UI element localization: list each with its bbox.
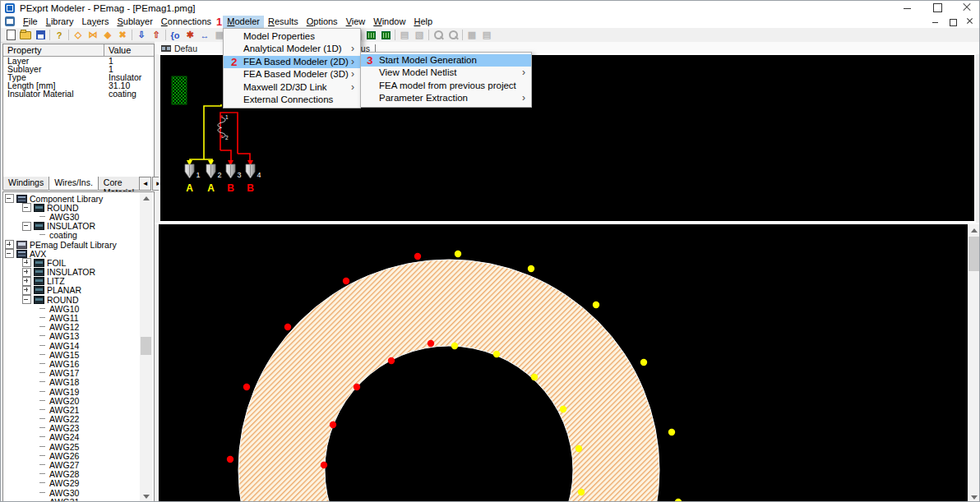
scroll-up-icon[interactable] — [968, 224, 980, 236]
menu-item-analytical-modeler-1d[interactable]: Analytical Modeler (1D)› — [224, 43, 360, 55]
menu-options[interactable]: Options — [303, 16, 342, 28]
mesh-2d-icon[interactable] — [363, 29, 378, 41]
tree-scrollbar[interactable] — [140, 192, 152, 502]
table-props-icon[interactable]: ▤ — [479, 29, 494, 41]
tree-expander-icon[interactable] — [22, 295, 31, 304]
mesh-3d-icon[interactable] — [378, 29, 393, 41]
tree-expander-icon[interactable] — [22, 203, 31, 212]
tree-item-coating[interactable]: coating — [5, 231, 138, 240]
tree-expander-icon[interactable] — [22, 277, 31, 286]
minimize-icon[interactable] — [902, 2, 913, 13]
design-tab-label[interactable]: Defau — [174, 44, 197, 53]
tree-item-awg27[interactable]: AWG27 — [5, 460, 138, 469]
wire-x-icon[interactable]: ✖ — [115, 29, 130, 41]
tree-expander-icon[interactable] — [22, 222, 31, 231]
core-cross-section-canvas[interactable] — [159, 224, 968, 502]
table-icon[interactable]: ▦ — [465, 29, 479, 41]
menu-item-fea-based-modeler-3d[interactable]: FEA Based Modeler (3D)› — [224, 68, 360, 81]
tree-expander-icon[interactable] — [5, 249, 14, 258]
mdi-minimize-icon[interactable] — [931, 17, 940, 25]
wire-bowtie-icon[interactable]: ⋈ — [86, 29, 100, 41]
terminal-1[interactable]: 1A — [185, 160, 201, 194]
tree-item-foil[interactable]: FOIL — [5, 258, 138, 267]
tree-item-awg30[interactable]: AWG30 — [5, 488, 138, 497]
menu-item-external-connections[interactable]: External Connections — [224, 94, 360, 106]
menu-connections[interactable]: Connections — [157, 16, 215, 28]
menu-modeler[interactable]: Modeler — [223, 16, 264, 28]
menu-library[interactable]: Library — [42, 16, 78, 28]
menu-layers[interactable]: Layers — [77, 16, 113, 28]
tree-item-insulator[interactable]: INSULATOR — [5, 222, 138, 231]
tree-item-awg26[interactable]: AWG26 — [5, 451, 138, 460]
tree-expander-icon[interactable] — [22, 268, 31, 277]
tab-windings[interactable]: Windings — [2, 177, 49, 191]
wire-diamond-icon[interactable]: ◇ — [71, 29, 86, 41]
import-node-icon[interactable]: ⇩ — [134, 29, 149, 41]
align-node-icon[interactable]: ↔ — [197, 29, 212, 41]
zoom-in-icon[interactable] — [431, 29, 446, 41]
menu-item-maxwell-2d-3d-link[interactable]: Maxwell 2D/3D Link› — [224, 81, 360, 94]
tree-item-awg17[interactable]: AWG17 — [5, 369, 138, 378]
terminal-4[interactable]: 4B — [246, 160, 261, 194]
tree-expander-icon[interactable] — [5, 240, 14, 249]
tree-item-pemag-default-library[interactable]: PEmag Default Library — [5, 240, 138, 249]
terminal-3[interactable]: 3B — [226, 160, 242, 194]
tree-expander-icon[interactable] — [22, 258, 31, 267]
scroll-down-icon[interactable] — [968, 491, 980, 502]
tree-item-round[interactable]: ROUND — [5, 203, 138, 212]
menu-item-fea-model-from-previous-project[interactable]: FEA model from previous project — [361, 80, 531, 92]
menu-item-model-properties[interactable]: Model Properties — [224, 30, 360, 43]
new-file-icon[interactable] — [3, 29, 18, 41]
open-file-icon[interactable] — [18, 29, 33, 41]
tree-item-insulator[interactable]: INSULATOR — [5, 268, 138, 277]
zoom-out-icon[interactable] — [446, 29, 460, 41]
wire-diamond-dot-icon[interactable]: ◈ — [100, 29, 115, 41]
export-model-icon[interactable]: ▤ — [397, 29, 412, 41]
link-icon[interactable]: ▧ — [412, 29, 427, 41]
menu-item-parameter-extraction[interactable]: Parameter Extraction› — [361, 92, 531, 104]
tree-item-awg28[interactable]: AWG28 — [5, 470, 138, 479]
maximize-icon[interactable] — [931, 2, 943, 13]
tree-item-awg30[interactable]: AWG30 — [5, 212, 138, 221]
tree-item-awg23[interactable]: AWG23 — [5, 424, 138, 433]
property-row[interactable]: Insulator Materialcoating — [3, 90, 154, 98]
scroll-up-icon[interactable] — [140, 192, 152, 204]
menu-sublayer[interactable]: Sublayer — [113, 16, 156, 28]
tree-item-planar[interactable]: PLANAR — [5, 286, 138, 295]
menu-item-fea-based-modeler-2d[interactable]: 2FEA Based Modeler (2D)› — [224, 56, 360, 68]
save-file-icon[interactable] — [33, 29, 48, 41]
tree-item-awg24[interactable]: AWG24 — [5, 433, 138, 442]
tree-item-awg11[interactable]: AWG11 — [5, 313, 138, 322]
scroll-down-icon[interactable] — [140, 490, 152, 502]
tree-expander-icon[interactable] — [5, 194, 14, 203]
tree-item-awg14[interactable]: AWG14 — [5, 341, 138, 350]
tab-core-material[interactable]: Core Material — [98, 177, 140, 191]
mdi-restore-icon[interactable] — [948, 17, 957, 25]
menu-view[interactable]: View — [342, 16, 370, 28]
tree-item-awg22[interactable]: AWG22 — [5, 415, 138, 424]
tree-item-awg31[interactable]: AWG31 — [5, 497, 138, 502]
remove-node-icon[interactable]: ✱ — [183, 29, 197, 41]
export-node-icon[interactable]: ⇧ — [149, 29, 164, 41]
add-node-icon[interactable]: {o — [168, 29, 183, 41]
tree-item-litz[interactable]: LITZ — [5, 277, 138, 286]
canvas-scroll-thumb[interactable] — [968, 237, 979, 271]
tree-item-awg20[interactable]: AWG20 — [5, 396, 138, 405]
menu-results[interactable]: Results — [264, 16, 303, 28]
tree-item-component-library[interactable]: Component Library — [5, 194, 138, 203]
tree-item-awg13[interactable]: AWG13 — [5, 332, 138, 341]
terminal-2[interactable]: 2A — [206, 160, 222, 194]
menu-item-start-model-generation[interactable]: 3Start Model Generation — [361, 54, 531, 67]
close-icon[interactable] — [961, 2, 973, 13]
tree-item-awg15[interactable]: AWG15 — [5, 350, 138, 359]
mdi-close-icon[interactable] — [965, 17, 974, 25]
tab-scroll-left-icon[interactable]: ◄ — [139, 177, 151, 191]
tree-item-awg16[interactable]: AWG16 — [5, 359, 138, 368]
tree-item-avx[interactable]: AVX — [5, 249, 138, 258]
tree-item-awg10[interactable]: AWG10 — [5, 304, 138, 313]
tree-expander-icon[interactable] — [22, 286, 31, 295]
tree-item-awg29[interactable]: AWG29 — [5, 479, 138, 488]
tree-item-awg21[interactable]: AWG21 — [5, 405, 138, 414]
tree-item-round[interactable]: ROUND — [5, 295, 138, 304]
menu-item-view-model-netlist[interactable]: View Model Netlist› — [361, 67, 531, 79]
